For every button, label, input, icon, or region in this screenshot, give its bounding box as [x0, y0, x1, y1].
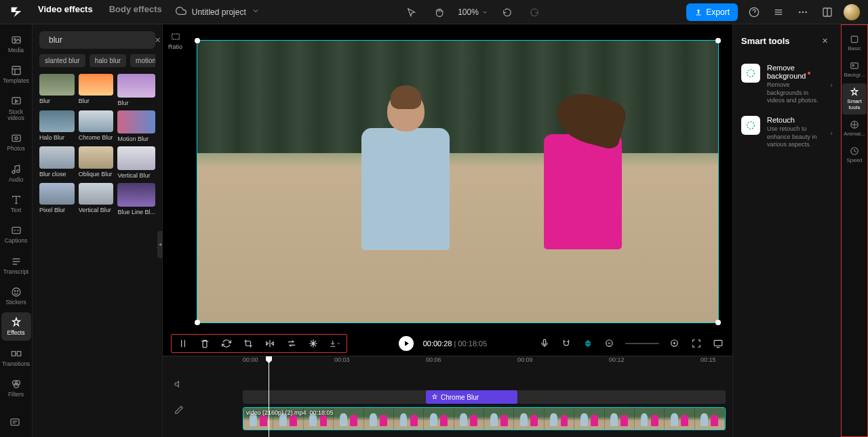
effect-item[interactable]: Vertical Blur: [79, 183, 114, 215]
zoom-in[interactable]: [669, 337, 681, 350]
tab-video-effects[interactable]: Video effects: [38, 4, 93, 20]
settings-icon[interactable]: [770, 4, 787, 20]
mute-track[interactable]: [173, 378, 185, 390]
effect-item[interactable]: Blur close: [39, 146, 75, 179]
project-title: Untitled project: [192, 7, 246, 17]
project-name[interactable]: Untitled project: [176, 5, 260, 18]
export-button[interactable]: Export: [686, 3, 738, 21]
nav-transitions[interactable]: Transitions: [1, 344, 31, 371]
svg-point-22: [14, 291, 15, 291]
smart-tool-item[interactable]: RetouchUse retouch to enhance beauty in …: [741, 110, 833, 154]
nav-audio[interactable]: Audio: [1, 159, 31, 187]
smart-tool-item[interactable]: Remove backgroundRemove backgrounds in v…: [741, 58, 833, 110]
hand-tool[interactable]: [431, 4, 447, 20]
svg-point-18: [12, 171, 15, 173]
more-icon[interactable]: [795, 4, 811, 20]
help-icon[interactable]: [746, 4, 762, 20]
magnet-tool[interactable]: [560, 337, 572, 350]
ratio-button[interactable]: Ratio: [168, 31, 182, 50]
resize-handle-bl[interactable]: [195, 320, 200, 325]
effect-item[interactable]: Motion Blur: [117, 110, 155, 143]
preview-tool[interactable]: [712, 337, 724, 350]
crop-tool[interactable]: [242, 337, 254, 350]
undo-button[interactable]: [499, 4, 515, 20]
delete-tool[interactable]: [199, 337, 211, 350]
resize-handle-tl[interactable]: [195, 38, 200, 43]
svg-marker-43: [175, 381, 178, 386]
resize-handle-br[interactable]: [715, 320, 721, 325]
chevron-down-icon: [252, 7, 260, 17]
nav-effects[interactable]: Effects: [1, 312, 31, 340]
freeze-tool[interactable]: [307, 337, 319, 350]
prop-basic[interactable]: Basic: [842, 30, 867, 56]
clear-search-icon[interactable]: ✕: [155, 36, 161, 45]
topbar-left: Video effects Body effects Untitled proj…: [8, 4, 260, 20]
close-panel-icon[interactable]: ✕: [816, 33, 833, 49]
nav-captions[interactable]: Captions: [1, 220, 31, 248]
fullscreen-tool[interactable]: [690, 337, 703, 350]
svg-point-45: [747, 122, 755, 129]
effect-item[interactable]: Pixel Blur: [39, 183, 75, 215]
split-tool[interactable]: [177, 337, 189, 350]
effect-item[interactable]: Blur: [39, 74, 75, 106]
effect-track[interactable]: Chrome Blur: [243, 390, 726, 404]
layout-icon[interactable]: [819, 4, 835, 20]
svg-rect-33: [543, 339, 546, 344]
user-avatar[interactable]: [844, 4, 860, 20]
search-input[interactable]: [49, 35, 151, 45]
nav-stock[interactable]: Stock videos: [1, 91, 31, 126]
video-canvas[interactable]: [197, 40, 719, 323]
nav-transcript[interactable]: Transcript: [1, 251, 31, 279]
effect-item[interactable]: Vertical Blur: [117, 146, 155, 179]
zoom-slider[interactable]: [625, 343, 659, 344]
timeline-ruler[interactable]: 00:0000:0300:0600:0900:1200:15: [195, 356, 732, 367]
align-tool[interactable]: [582, 337, 594, 350]
zoom-out[interactable]: [604, 337, 616, 350]
edit-track[interactable]: [173, 404, 185, 416]
nav-filters[interactable]: Filters: [1, 374, 31, 402]
timeline-tracks[interactable]: 00:0000:0300:0600:0900:1200:15 Chrome Bl…: [195, 356, 732, 437]
video-preview: [197, 41, 718, 322]
collapse-sidebar-handle[interactable]: ◂: [157, 231, 163, 258]
svg-rect-24: [12, 351, 15, 356]
mirror-tool[interactable]: [264, 337, 276, 350]
svg-point-5: [802, 11, 804, 13]
effect-item[interactable]: Blur: [79, 74, 114, 106]
effect-item[interactable]: Blue Line Bl...: [117, 183, 155, 215]
search-box[interactable]: ✕: [39, 31, 155, 49]
nav-text[interactable]: Text: [1, 190, 31, 217]
effect-item[interactable]: Oblique Blur: [79, 146, 114, 179]
download-tool[interactable]: [329, 337, 341, 350]
effect-item[interactable]: Chrome Blur: [79, 110, 114, 143]
play-button[interactable]: [399, 336, 414, 351]
app-logo[interactable]: [8, 4, 24, 20]
feedback-icon[interactable]: [9, 417, 20, 429]
playhead[interactable]: [269, 356, 269, 437]
chip[interactable]: motion bl...: [130, 54, 155, 67]
svg-rect-51: [11, 419, 19, 425]
nav-photos[interactable]: Photos: [1, 128, 31, 156]
tab-body-effects[interactable]: Body effects: [109, 4, 162, 20]
prop-smarttools[interactable]: Smart tools: [842, 83, 867, 115]
video-track[interactable]: video (2160p) (2).mp4 00:18:05: [243, 407, 726, 430]
chip[interactable]: slanted blur: [39, 54, 85, 67]
cursor-tool[interactable]: [403, 4, 420, 20]
reverse-tool[interactable]: [285, 337, 298, 350]
mic-tool[interactable]: [538, 337, 551, 350]
chip[interactable]: halo blur: [90, 54, 126, 67]
prop-backgr[interactable]: Backgr...: [842, 57, 867, 82]
svg-point-4: [799, 11, 801, 13]
redo-button[interactable]: [526, 4, 542, 20]
effect-item[interactable]: Halo Blur: [39, 110, 75, 143]
prop-speed[interactable]: Speed: [842, 142, 867, 167]
nav-media[interactable]: Media: [1, 30, 31, 58]
svg-point-21: [12, 288, 20, 296]
effect-item[interactable]: Blur: [117, 74, 155, 106]
nav-templates[interactable]: Templates: [1, 60, 31, 88]
nav-stickers[interactable]: Stickers: [1, 282, 31, 310]
prop-animat[interactable]: Animat...: [842, 116, 867, 141]
effect-clip[interactable]: Chrome Blur: [426, 390, 517, 404]
resize-handle-tr[interactable]: [715, 38, 721, 43]
rotate-tool[interactable]: [220, 337, 233, 350]
zoom-level[interactable]: 100%: [458, 7, 488, 17]
